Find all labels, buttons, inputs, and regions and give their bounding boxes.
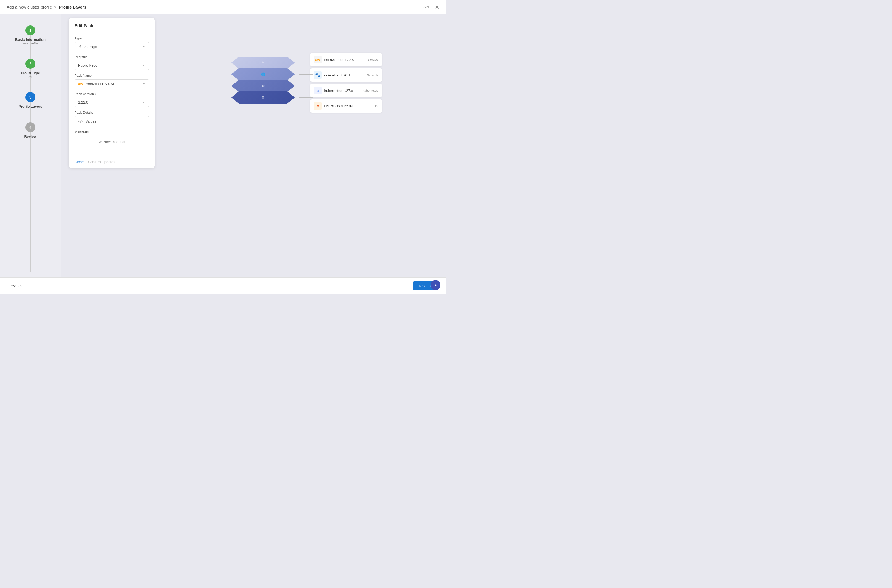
close-button[interactable]: ✕ [435, 4, 439, 10]
k8s-card-icon: ⎈ [314, 87, 322, 94]
layer-stack: 🗄 🌐 ⚙ 🖥 [227, 57, 299, 109]
storage-layer-icon: 🗄 [261, 61, 265, 65]
app-header: Add a new cluster profile > Profile Laye… [0, 0, 446, 14]
registry-label: Registry [75, 55, 149, 59]
plus-circle-icon: ⊕ [99, 140, 102, 144]
manifests-label: Manifests [75, 130, 149, 134]
type-label: Type [75, 36, 149, 40]
step-sublabel-2: aws [28, 75, 33, 78]
storage-card-tag: Storage [367, 58, 378, 61]
pack-name-form-group: Pack Name aws Amazon EBS CSI ▼ [75, 74, 149, 88]
bottom-bar: Previous Next → [0, 278, 446, 294]
content-area: Edit Pack Type 🗄 Storage ▼ Registry [61, 14, 446, 278]
sidebar: 1 Basic Information aws-profile 2 Cloud … [0, 14, 61, 278]
breadcrumb-prefix: Add a new cluster profile [7, 5, 52, 9]
pack-version-form-group: Pack Version ℹ 1.22.0 ▼ [75, 92, 149, 107]
help-icon: ✦ [434, 283, 437, 288]
sidebar-item-basic-information[interactable]: 1 Basic Information aws-profile [15, 26, 45, 45]
edit-pack-body: Type 🗄 Storage ▼ Registry Public Repo [69, 32, 155, 156]
pack-name-select[interactable]: aws Amazon EBS CSI ▼ [75, 79, 149, 88]
new-manifest-button[interactable]: ⊕ New manifest [75, 136, 149, 147]
pack-name-value: Amazon EBS CSI [86, 82, 114, 86]
pack-name-chevron-icon: ▼ [142, 82, 146, 86]
connector-os [299, 98, 313, 98]
sidebar-item-profile-layers[interactable]: 3 Profile Layers [18, 92, 42, 108]
os-card-name: ubuntu-aws 22.04 [324, 104, 371, 108]
step-label-3: Profile Layers [18, 104, 42, 108]
header-actions: API ✕ [423, 4, 439, 10]
edit-pack-title: Edit Pack [69, 18, 155, 32]
os-info-card[interactable]: ⊙ ubuntu-aws 22.04 OS [310, 99, 382, 112]
layer-info-cards: aws csi-aws-ebs 1.22.0 Storage 🐾 cni-cal… [310, 53, 382, 112]
step-sublabel-1: aws-profile [23, 42, 38, 45]
ubuntu-card-icon: ⊙ [314, 102, 322, 110]
step-label-2: Cloud Type [21, 71, 40, 75]
os-layer-icon: 🖥 [261, 96, 265, 100]
layer-os: 🖥 [231, 92, 295, 104]
step-label-4: Review [24, 135, 37, 139]
pack-details-values[interactable]: </> Values [75, 116, 149, 126]
next-label: Next [419, 284, 426, 288]
pack-version-label: Pack Version [75, 92, 94, 96]
step-label-1: Basic Information [15, 38, 45, 42]
kubernetes-card-tag: Kubernetes [362, 89, 378, 92]
sidebar-item-cloud-type[interactable]: 2 Cloud Type aws [21, 59, 40, 78]
values-text: Values [86, 119, 96, 123]
pack-version-chevron-icon: ▼ [142, 100, 146, 104]
pack-details-label: Pack Details [75, 111, 149, 115]
layer-kubernetes: ⚙ [231, 80, 295, 92]
layer-network: 🌐 [231, 68, 295, 80]
pack-name-select-inner: aws Amazon EBS CSI [78, 82, 114, 86]
kubernetes-layer-icon: ⚙ [261, 84, 265, 88]
code-icon: </> [78, 119, 83, 123]
connector-storage [299, 63, 313, 63]
stack-visualization: 🗄 🌐 ⚙ 🖥 [168, 53, 440, 112]
edit-pack-footer: Close Confirm Updates [69, 156, 155, 168]
pack-version-select[interactable]: 1.22.0 ▼ [75, 98, 149, 107]
type-value: Storage [84, 45, 97, 49]
previous-button[interactable]: Previous [8, 284, 23, 288]
step-badge-3: 3 [26, 92, 35, 102]
type-select-inner: 🗄 Storage [78, 45, 97, 49]
network-card-name: cni-calico 3.26.1 [324, 73, 364, 77]
pack-details-form-group: Pack Details </> Values [75, 111, 149, 126]
kubernetes-card-name: kubernetes 1.27.x [324, 88, 360, 93]
calico-card-icon: 🐾 [314, 71, 322, 79]
connector-network [299, 74, 313, 75]
registry-select[interactable]: Public Repo ▼ [75, 61, 149, 70]
step-badge-2: 2 [26, 59, 35, 69]
confirm-updates-button[interactable]: Confirm Updates [88, 160, 115, 164]
layer-storage: 🗄 [231, 57, 295, 69]
step-badge-4: 4 [26, 122, 35, 132]
kubernetes-info-card[interactable]: ⎈ kubernetes 1.27.x Kubernetes [310, 84, 382, 97]
registry-chevron-icon: ▼ [142, 63, 146, 68]
os-card-tag: OS [374, 104, 378, 108]
new-manifest-label: New manifest [104, 140, 125, 144]
sidebar-item-review[interactable]: 4 Review [24, 122, 37, 139]
network-layer-icon: 🌐 [261, 72, 266, 76]
type-select[interactable]: 🗄 Storage ▼ [75, 42, 149, 51]
manifests-form-group: Manifests ⊕ New manifest [75, 130, 149, 147]
close-pack-button[interactable]: Close [75, 160, 84, 164]
connector-kubernetes [299, 86, 313, 86]
breadcrumb: Add a new cluster profile > Profile Laye… [7, 5, 86, 9]
help-button[interactable]: ✦ [431, 280, 440, 290]
pack-version-value: 1.22.0 [78, 100, 88, 104]
storage-info-card[interactable]: aws csi-aws-ebs 1.22.0 Storage [310, 53, 382, 66]
step-badge-1: 1 [26, 26, 35, 35]
edit-pack-panel: Edit Pack Type 🗄 Storage ▼ Registry [69, 18, 155, 168]
aws-card-icon: aws [314, 56, 322, 63]
main-layout: 1 Basic Information aws-profile 2 Cloud … [0, 14, 446, 278]
pack-version-info-icon: ℹ [95, 92, 96, 96]
breadcrumb-current: Profile Layers [59, 5, 86, 9]
network-card-tag: Network [367, 74, 378, 77]
storage-card-name: csi-aws-ebs 1.22.0 [324, 58, 365, 62]
registry-form-group: Registry Public Repo ▼ [75, 55, 149, 70]
type-form-group: Type 🗄 Storage ▼ [75, 36, 149, 51]
pack-name-label: Pack Name [75, 74, 149, 78]
breadcrumb-separator: > [54, 5, 57, 9]
network-info-card[interactable]: 🐾 cni-calico 3.26.1 Network [310, 69, 382, 82]
registry-value: Public Repo [78, 63, 98, 68]
type-chevron-icon: ▼ [142, 45, 146, 49]
api-button[interactable]: API [423, 5, 429, 9]
